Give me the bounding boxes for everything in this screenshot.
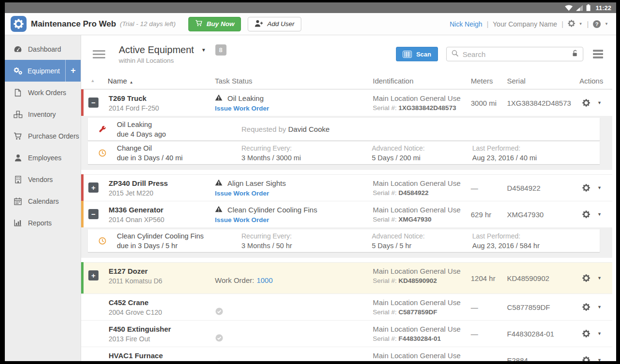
search-input[interactable] [463, 50, 567, 58]
sidebar-toggle-button[interactable] [92, 48, 106, 60]
column-header-name[interactable]: Name▲ [104, 77, 211, 85]
company-name: Your Company Name [493, 20, 557, 28]
view-selector[interactable]: Active Equipment ▼ 8 [119, 44, 226, 56]
scan-button[interactable]: Scan [396, 47, 438, 61]
column-header-identification[interactable]: Identification [369, 77, 467, 85]
equipment-model: 2013 Fire Out [109, 335, 211, 343]
collapse-row-button[interactable]: − [88, 209, 99, 219]
serial-number: D4584922 [398, 189, 428, 196]
clock-time: 11:22 [595, 4, 611, 12]
toolbar: Active Equipment ▼ 8 within All Location… [81, 35, 612, 73]
issue-work-order-link[interactable]: Issue Work Order [215, 105, 269, 112]
chart-icon [13, 219, 23, 226]
meters-cell: 3000 mi [467, 90, 504, 116]
equipment-row[interactable]: +E127 Dozer2011 Komatsu D6Work Order: 10… [81, 262, 612, 294]
row-settings-button[interactable] [582, 184, 590, 192]
user-name-link[interactable]: Nick Neigh [450, 20, 482, 28]
location-text: Main Location General Use [373, 298, 467, 307]
row-settings-button[interactable] [582, 330, 590, 337]
cellular-signal-icon [576, 5, 583, 11]
sidebar-item-calendars[interactable]: Calendars [5, 190, 81, 212]
equipment-model: 2014 Onan XP560 [109, 216, 211, 224]
sidebar-item-purchase-orders[interactable]: Purchase Orders [5, 125, 81, 147]
settings-menu-button[interactable]: ▼ [568, 20, 583, 28]
sidebar-item-work-orders[interactable]: Work Orders [5, 82, 81, 103]
list-options-button[interactable] [592, 48, 605, 60]
column-header-meters[interactable]: Meters [467, 77, 504, 85]
serial-number: KD48590902 [398, 277, 437, 284]
equipment-row[interactable]: −T269 Truck2014 Ford F-250Oil LeakingIss… [81, 89, 612, 116]
clock-icon [88, 237, 117, 245]
clock-icon [88, 149, 117, 157]
work-order-number-link[interactable]: 1000 [256, 276, 272, 284]
equipment-name: ZP340 Drill Press [109, 179, 211, 187]
task-status-cell: Oil LeakingIssue Work Order [211, 90, 369, 116]
collapse-row-button[interactable]: − [88, 98, 99, 108]
detail-task-title: Oil Leaking [117, 121, 241, 128]
equipment-row[interactable]: F450 Extinguisher2013 Fire OutMain Locat… [81, 320, 612, 347]
sidebar-item-dashboard[interactable]: Dashboard [5, 38, 81, 60]
identification-cell: Main Location General UseSerial #: KD485… [369, 263, 467, 294]
meters-cell: — [467, 321, 504, 347]
calendar-icon [13, 197, 23, 205]
detail-field: Advanced Notice:5 Days / 5 hr [372, 232, 472, 250]
severity-bar [81, 89, 84, 116]
android-status-bar: 11:22 [5, 2, 616, 13]
severity-bar [81, 320, 84, 347]
row-actions-dropdown[interactable]: ▼ [597, 185, 602, 190]
app-logo [11, 16, 27, 32]
column-header-serial[interactable]: Serial [504, 77, 576, 85]
row-settings-button[interactable] [582, 274, 590, 282]
meters-cell: — [467, 294, 504, 320]
issue-work-order-link[interactable]: Issue Work Order [215, 190, 269, 197]
unlock-icon[interactable] [571, 50, 578, 58]
sidebar-item-employees[interactable]: Employees [5, 147, 81, 168]
detail-task-due: due in 3 Days / 40 mi [117, 154, 241, 162]
row-actions-dropdown[interactable]: ▼ [597, 358, 602, 361]
sidebar-item-vendors[interactable]: Vendors [5, 168, 81, 190]
row-actions-dropdown[interactable]: ▼ [597, 305, 602, 309]
issue-work-order-link[interactable]: Issue Work Order [215, 216, 269, 224]
sidebar-item-inventory[interactable]: Inventory [5, 103, 81, 125]
row-actions-dropdown[interactable]: ▼ [597, 276, 602, 280]
meters-cell: — [467, 175, 504, 201]
actions-cell: ▼ [576, 263, 612, 294]
task-text: Oil Leaking [227, 94, 264, 102]
actions-cell: ▼ [576, 347, 612, 361]
detail-task-title: Change Oil [117, 144, 241, 152]
gears-icon [13, 67, 22, 75]
severity-bar [81, 201, 84, 227]
expand-row-button[interactable]: + [88, 182, 99, 193]
sidebar-item-equipment[interactable]: Equipment+ [5, 60, 81, 82]
help-menu-button[interactable]: ? ▼ [593, 20, 608, 28]
wifi-icon [565, 5, 573, 11]
location-text: Main Location General Use [373, 206, 467, 214]
row-actions-dropdown[interactable]: ▼ [597, 100, 602, 105]
warning-icon [215, 94, 223, 102]
row-settings-button[interactable] [582, 99, 590, 107]
equipment-model: 2004 Grove C120 [109, 308, 211, 316]
expand-row-button[interactable]: + [88, 270, 99, 280]
row-settings-button[interactable] [582, 210, 590, 218]
add-equipment-button[interactable]: + [65, 60, 81, 82]
equipment-row[interactable]: +ZP340 Drill Press2015 Jet M220Align Las… [81, 174, 612, 201]
column-header-expander[interactable]: ▲ [81, 79, 104, 83]
row-settings-button[interactable] [582, 303, 590, 311]
sidebar-item-reports[interactable]: Reports [5, 212, 81, 234]
equipment-row[interactable]: C452 Crane2004 Grove C120Main Location G… [81, 294, 612, 320]
check-circle-icon [215, 360, 224, 361]
column-header-task-status[interactable]: Task Status [211, 77, 369, 85]
detail-field: Last Performed:Aug 23, 2016 / 40 mi [472, 144, 600, 162]
row-settings-button[interactable] [582, 356, 590, 361]
equipment-row[interactable]: −M336 Generator2014 Onan XP560Clean Cyli… [81, 201, 612, 227]
header-account-area: Nick Neigh | Your Company Name | ▼ | ? ▼ [450, 20, 608, 28]
app-header: Maintenance Pro Web (Trial - 12 days lef… [5, 13, 616, 35]
add-user-button[interactable]: Add User [248, 17, 301, 31]
buy-now-button[interactable]: Buy Now [188, 17, 241, 31]
row-actions-dropdown[interactable]: ▼ [597, 331, 602, 336]
building-icon [13, 176, 23, 183]
equipment-row[interactable]: HVAC1 FurnaceTraneMain Location General … [81, 347, 612, 361]
detail-field: Advanced Notice:5 Days / 200 mi [372, 144, 472, 162]
cart-icon [13, 132, 23, 140]
row-actions-dropdown[interactable]: ▼ [597, 212, 602, 217]
